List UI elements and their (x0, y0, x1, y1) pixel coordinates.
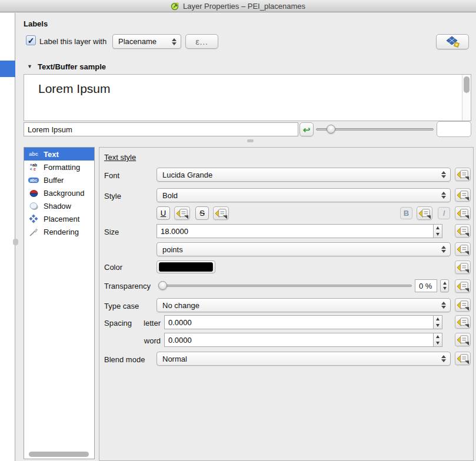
strikeout-button[interactable]: S (195, 206, 209, 220)
data-defined-override-icon (455, 261, 470, 274)
sample-vertical-scrollbar[interactable] (462, 75, 471, 121)
sidebar-item-buffer[interactable]: abc Buffer (24, 173, 94, 186)
selected-tab-indicator[interactable] (0, 61, 15, 77)
label-field-select[interactable]: Placename (112, 34, 181, 49)
data-defined-override-icon (175, 207, 189, 220)
data-defined-override-icon (214, 207, 228, 220)
buffer-icon: abc (27, 178, 40, 183)
collapse-triangle-icon[interactable]: ▼ (27, 64, 32, 69)
sample-section-header[interactable]: Text/Buffer sample (38, 62, 106, 71)
data-defined-override-icon (455, 299, 470, 312)
color-label: Color (104, 263, 122, 272)
data-defined-override-icon (455, 352, 470, 365)
spinner-arrows-icon[interactable] (433, 333, 442, 347)
window-title: Layer Properties – PEI_placenames (183, 2, 305, 11)
horizontal-splitter-handle[interactable] (247, 139, 254, 142)
titlebar[interactable]: Layer Properties – PEI_placenames (0, 0, 476, 12)
transparency-value-input[interactable] (415, 279, 437, 292)
label-this-layer-label: Label this layer with (39, 37, 106, 46)
transparency-slider-track[interactable] (160, 285, 412, 287)
size-spinbox[interactable] (157, 224, 442, 238)
data-defined-override-icon (455, 316, 470, 329)
transparency-slider-thumb[interactable] (158, 281, 167, 290)
data-defined-override-icon (455, 207, 470, 220)
text-style-panel: Text style Font Lucida Grande Style Bold… (99, 147, 474, 461)
underline-override-button[interactable] (174, 206, 190, 220)
spacing-word-label: word (135, 336, 161, 345)
blend-mode-select[interactable]: Normal (157, 352, 451, 366)
sidebar-item-shadow[interactable]: Shadow (24, 199, 94, 212)
popup-arrows-icon (441, 355, 446, 362)
size-unit-value: points (162, 245, 183, 254)
popup-arrows-icon (441, 246, 446, 253)
type-case-select[interactable]: No change (157, 298, 451, 312)
placement-icon (27, 214, 40, 223)
word-spacing-spinbox[interactable] (164, 333, 442, 347)
data-defined-override-icon (455, 225, 470, 238)
type-case-override-button[interactable] (455, 298, 471, 312)
italic-override-button[interactable] (455, 206, 471, 220)
color-swatch-button[interactable] (157, 260, 215, 273)
strikeout-override-button[interactable] (213, 206, 229, 220)
transparency-stepper[interactable] (440, 279, 449, 292)
italic-button[interactable]: I (438, 207, 450, 219)
font-value: Lucida Grande (162, 171, 212, 179)
sample-preview-text: Lorem Ipsum (38, 82, 111, 96)
automated-placement-settings-button[interactable] (436, 34, 469, 49)
letter-spacing-input[interactable] (164, 315, 433, 329)
sample-size-spinbox[interactable] (437, 121, 471, 137)
popup-arrows-icon (172, 38, 177, 45)
data-defined-override-icon (455, 280, 470, 293)
size-unit-override-button[interactable] (455, 242, 471, 256)
style-select[interactable]: Bold (157, 188, 451, 202)
letter-spacing-spinbox[interactable] (164, 315, 442, 329)
sidebar-item-background[interactable]: Background (24, 186, 94, 199)
qgis-app-icon (171, 2, 179, 11)
sidebar-item-rendering[interactable]: Rendering (24, 225, 94, 238)
reset-sample-text-button[interactable]: ↩ (299, 122, 314, 136)
label-field-value: Placename (118, 37, 157, 46)
epsilon-icon: ε… (195, 36, 208, 46)
sidebar-item-formatting[interactable]: +ab< c Formatting (24, 161, 94, 173)
sample-scrollbar-thumb[interactable] (464, 76, 470, 93)
sidebar-item-placement[interactable]: Placement (24, 212, 94, 225)
type-case-label: Type case (104, 302, 139, 310)
underline-button[interactable]: U (157, 206, 170, 220)
bold-button[interactable]: B (400, 207, 412, 219)
label-this-layer-checkbox[interactable]: ✓ (26, 35, 36, 45)
size-input[interactable] (157, 224, 433, 238)
font-select[interactable]: Lucida Grande (157, 168, 451, 182)
popup-arrows-icon (441, 171, 446, 178)
sample-size-slider-thumb[interactable] (327, 125, 335, 133)
word-spacing-override-button[interactable] (455, 333, 471, 346)
bold-override-button[interactable] (417, 206, 432, 220)
blend-mode-override-button[interactable] (455, 352, 471, 365)
style-value: Bold (162, 191, 178, 200)
sidebar-horizontal-scrollbar[interactable] (29, 452, 89, 457)
transparency-override-button[interactable] (455, 279, 471, 293)
data-defined-override-icon (455, 168, 470, 181)
type-case-value: No change (162, 301, 199, 310)
letter-spacing-override-button[interactable] (455, 315, 471, 329)
font-label: Font (104, 171, 119, 180)
style-override-button[interactable] (455, 188, 471, 202)
font-override-button[interactable] (455, 168, 471, 181)
undo-arrow-icon: ↩ (303, 125, 311, 134)
vertical-splitter-handle[interactable] (13, 239, 18, 245)
size-unit-select[interactable]: points (157, 242, 451, 256)
sidebar-item-label: Rendering (44, 228, 79, 236)
shadow-icon (27, 202, 40, 211)
style-label: Style (104, 192, 121, 201)
expression-builder-button[interactable]: ε… (185, 34, 218, 49)
color-chip (159, 262, 213, 272)
color-override-button[interactable] (455, 260, 471, 274)
spinner-arrows-icon[interactable] (433, 315, 442, 329)
sample-text-input[interactable] (24, 122, 298, 136)
data-defined-override-icon (417, 207, 432, 220)
sidebar-item-text[interactable]: abc Text (24, 148, 94, 161)
properties-tab-strip (0, 13, 15, 461)
size-override-button[interactable] (455, 224, 471, 238)
word-spacing-input[interactable] (164, 333, 433, 347)
spinner-arrows-icon[interactable] (433, 224, 442, 238)
spacing-label: Spacing (104, 319, 132, 328)
